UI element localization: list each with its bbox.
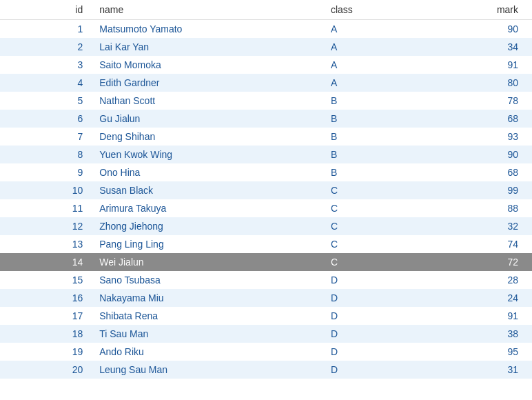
table-row[interactable]: 6Gu JialunB68 [0,110,532,128]
cell-mark: 24 [428,289,532,307]
cell-class: A [324,56,428,74]
cell-id: 20 [0,361,92,379]
cell-id: 12 [0,217,92,235]
table-row[interactable]: 16Nakayama MiuD24 [0,289,532,307]
table-row[interactable]: 15Sano TsubasaD28 [0,271,532,289]
table-row[interactable]: 8Yuen Kwok WingB90 [0,146,532,163]
cell-class: B [324,128,428,146]
cell-class: D [324,361,428,379]
table-row[interactable]: 17Shibata RenaD91 [0,307,532,325]
cell-name: Susan Black [92,181,324,199]
table-row[interactable]: 20Leung Sau ManD31 [0,361,532,379]
cell-class: D [324,307,428,325]
cell-class: D [324,325,428,343]
cell-class: B [324,110,428,128]
table-header: id name class mark [0,0,532,20]
cell-mark: 99 [428,181,532,199]
table-row[interactable]: 13Pang Ling LingC74 [0,235,532,253]
table-row[interactable]: 3Saito MomokaA91 [0,56,532,74]
cell-mark: 68 [428,163,532,181]
cell-id: 4 [0,74,92,92]
cell-mark: 38 [428,325,532,343]
cell-mark: 80 [428,74,532,92]
header-mark: mark [428,0,532,20]
cell-mark: 88 [428,199,532,217]
cell-name: Yuen Kwok Wing [92,146,324,163]
cell-name: Leung Sau Man [92,361,324,379]
cell-name: Nakayama Miu [92,289,324,307]
cell-id: 3 [0,56,92,74]
cell-name: Arimura Takuya [92,199,324,217]
cell-mark: 68 [428,110,532,128]
cell-mark: 90 [428,146,532,163]
cell-name: Sano Tsubasa [92,271,324,289]
cell-id: 18 [0,325,92,343]
table-row[interactable]: 10Susan BlackC99 [0,181,532,199]
cell-class: C [324,199,428,217]
cell-name: Saito Momoka [92,56,324,74]
cell-class: D [324,271,428,289]
cell-class: D [324,289,428,307]
table-row[interactable]: 11Arimura TakuyaC88 [0,199,532,217]
table-row[interactable]: 2Lai Kar YanA34 [0,38,532,56]
cell-name: Shibata Rena [92,307,324,325]
cell-mark: 93 [428,128,532,146]
cell-mark: 95 [428,343,532,361]
cell-id: 2 [0,38,92,56]
cell-name: Gu Jialun [92,110,324,128]
cell-name: Pang Ling Ling [92,235,324,253]
cell-class: B [324,92,428,110]
cell-name: Ando Riku [92,343,324,361]
cell-class: D [324,343,428,361]
cell-mark: 74 [428,235,532,253]
cell-class: C [324,217,428,235]
cell-class: B [324,163,428,181]
cell-id: 17 [0,307,92,325]
cell-mark: 31 [428,361,532,379]
cell-class: A [324,74,428,92]
table-row[interactable]: 9Ono HinaB68 [0,163,532,181]
header-class: class [324,0,428,20]
cell-name: Nathan Scott [92,92,324,110]
cell-class: A [324,20,428,39]
cell-id: 16 [0,289,92,307]
table-row[interactable]: 4Edith GardnerA80 [0,74,532,92]
table-row[interactable]: 18Ti Sau ManD38 [0,325,532,343]
table-body: 1Matsumoto YamatoA902Lai Kar YanA343Sait… [0,20,532,379]
cell-id: 1 [0,20,92,39]
cell-id: 8 [0,146,92,163]
cell-id: 11 [0,199,92,217]
cell-name: Ti Sau Man [92,325,324,343]
cell-class: A [324,38,428,56]
cell-id: 14 [0,253,92,271]
cell-mark: 72 [428,253,532,271]
table-row[interactable]: 1Matsumoto YamatoA90 [0,20,532,39]
table-row[interactable]: 7Deng ShihanB93 [0,128,532,146]
table-row[interactable]: 12Zhong JiehongC32 [0,217,532,235]
cell-name: Ono Hina [92,163,324,181]
header-id: id [0,0,92,20]
cell-mark: 91 [428,56,532,74]
cell-class: B [324,146,428,163]
cell-name: Matsumoto Yamato [92,20,324,39]
cell-name: Edith Gardner [92,74,324,92]
cell-mark: 34 [428,38,532,56]
cell-id: 15 [0,271,92,289]
cell-id: 13 [0,235,92,253]
cell-class: C [324,253,428,271]
table-container: id name class mark 1Matsumoto YamatoA902… [0,0,532,379]
table-row[interactable]: 5Nathan ScottB78 [0,92,532,110]
cell-mark: 78 [428,92,532,110]
cell-id: 6 [0,110,92,128]
header-name: name [92,0,324,20]
table-row[interactable]: 14Wei JialunC72 [0,253,532,271]
cell-mark: 32 [428,217,532,235]
cell-mark: 28 [428,271,532,289]
cell-class: C [324,181,428,199]
table-row[interactable]: 19Ando RikuD95 [0,343,532,361]
cell-id: 10 [0,181,92,199]
cell-name: Lai Kar Yan [92,38,324,56]
cell-id: 19 [0,343,92,361]
cell-name: Zhong Jiehong [92,217,324,235]
cell-class: C [324,235,428,253]
